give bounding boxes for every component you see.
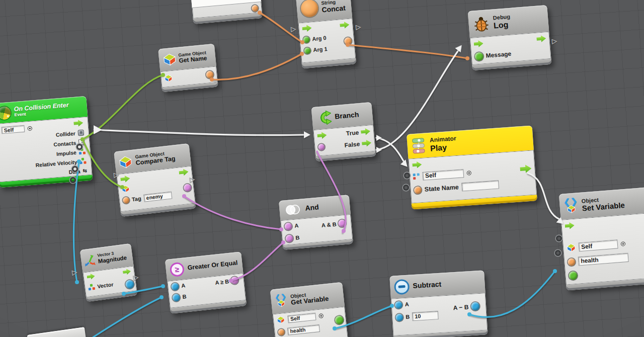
animator-mini-icon[interactable]	[413, 173, 420, 180]
variable-name-port[interactable]	[278, 328, 285, 335]
vector-icon[interactable]	[88, 283, 96, 291]
b-label: B	[182, 293, 187, 300]
variable-name-port[interactable]	[568, 258, 576, 266]
arg0-label: Arg 0	[312, 35, 327, 42]
node-branch[interactable]: Branch True False	[311, 102, 376, 161]
chevron-port-icon[interactable]: ▷	[355, 23, 361, 31]
flow-in-arrow[interactable]	[565, 221, 575, 229]
node-on-collision-enter[interactable]: ✶ On Collision Enter Event Self Collider…	[0, 96, 93, 188]
game-object-input-port[interactable]	[121, 185, 130, 194]
and-output-port[interactable]	[338, 219, 346, 227]
vector-icon[interactable]	[79, 157, 87, 164]
node-and[interactable]: And A B A & B	[279, 195, 353, 250]
subtract-output-port[interactable]	[471, 302, 480, 311]
flow-out-arrow[interactable]	[179, 168, 189, 177]
arg1-label: Arg 1	[313, 46, 328, 53]
node-magnitude[interactable]: Vector 3 Magnitude Vector	[80, 243, 138, 302]
flow-in-arrow[interactable]	[87, 273, 96, 280]
venn-and-icon	[283, 203, 302, 216]
empty-port-ring[interactable]	[555, 250, 561, 256]
collision-event-icon: ✶	[0, 106, 11, 120]
a-port[interactable]	[171, 282, 179, 290]
false-flow-out-arrow[interactable]	[362, 139, 372, 147]
b-field[interactable]: 10	[412, 311, 439, 321]
chevron-port-icon[interactable]: ▷	[290, 25, 296, 33]
self-field[interactable]: Self	[1, 125, 25, 134]
message-label: Message	[486, 50, 512, 59]
chevron-port-icon[interactable]: ▷	[113, 171, 119, 179]
b-label: B	[295, 234, 300, 241]
b-port[interactable]	[395, 313, 404, 321]
node-get-variable[interactable]: ❮❯ Object Get Variable Self health	[270, 282, 349, 337]
game-object-cube-icon	[163, 52, 177, 66]
flow-in-arrow[interactable]	[120, 175, 131, 183]
empty-port-ring[interactable]	[70, 177, 76, 183]
star-glyph: ✶	[6, 113, 10, 119]
variable-icon: ❮❯	[564, 198, 579, 214]
chevron-port-icon[interactable]: ▷	[189, 175, 195, 183]
b-port[interactable]	[285, 234, 293, 242]
tag-port[interactable]	[122, 197, 129, 204]
empty-port-ring[interactable]	[404, 173, 410, 179]
state-name-port[interactable]	[414, 186, 422, 194]
cube-glyph	[567, 205, 576, 214]
flow-out-arrow[interactable]	[340, 21, 350, 29]
chevron-port-icon[interactable]: ▷	[71, 268, 77, 276]
flow-in-arrow[interactable]	[412, 160, 422, 168]
variable-icon: ❮❯	[275, 294, 288, 308]
node-compare-tag[interactable]: Game Object Compare Tag Tag enemy	[114, 143, 196, 217]
message-port[interactable]	[474, 52, 484, 61]
empty-port-ring[interactable]	[556, 235, 562, 241]
b-port[interactable]	[172, 293, 180, 301]
game-object-input-port[interactable]	[567, 243, 576, 252]
setvariable-self-field[interactable]: Self	[578, 239, 618, 251]
collider-label: Collider	[55, 130, 75, 137]
node-animator-play[interactable]: Animator Play Self State Name	[407, 125, 537, 209]
bug-icon	[472, 15, 491, 33]
flow-out-arrow[interactable]	[536, 35, 546, 43]
string-output-port[interactable]	[252, 5, 259, 12]
getname-title: Get Name	[179, 55, 207, 64]
name-output-port[interactable]	[206, 70, 214, 78]
empty-port-ring[interactable]	[76, 144, 83, 150]
node-string-concat[interactable]: String Concat Arg 0 Arg 1	[296, 0, 356, 68]
tag-field[interactable]: enemy	[143, 191, 172, 202]
node-debug-log[interactable]: Debug Log Message	[468, 5, 552, 70]
chevron-port-icon[interactable]: ▷	[551, 37, 557, 45]
branch-icon	[315, 110, 332, 126]
node-get-name[interactable]: Game Object Get Name	[158, 44, 218, 92]
animator-self-field[interactable]: Self	[422, 169, 464, 181]
arg1-port[interactable]	[304, 47, 311, 54]
condition-port[interactable]	[318, 143, 325, 150]
a-port[interactable]	[394, 301, 403, 309]
empty-port-ring[interactable]	[72, 166, 78, 172]
getvariable-name-field[interactable]: health	[287, 324, 320, 335]
arg0-port[interactable]	[303, 36, 310, 43]
value-port[interactable]	[569, 271, 578, 280]
flow-out-arrow[interactable]	[73, 119, 84, 127]
chevron-port-icon[interactable]: ▷	[133, 273, 139, 281]
flow-in-arrow[interactable]	[302, 24, 312, 33]
flow-out-arrow[interactable]	[122, 268, 131, 276]
collider-icon[interactable]	[77, 129, 84, 136]
flow-in-arrow[interactable]	[473, 40, 484, 48]
target-icon[interactable]	[466, 171, 471, 176]
true-flow-out-arrow[interactable]	[361, 127, 371, 136]
node-subtract[interactable]: Subtract A B 10 A − B	[389, 270, 488, 337]
game-object-input-port[interactable]	[276, 315, 285, 324]
concat-title: Concat	[321, 4, 346, 14]
game-object-input-port[interactable]	[164, 74, 173, 82]
empty-port-ring[interactable]	[403, 185, 409, 191]
data-icon[interactable]: ⇆	[83, 167, 87, 174]
a-port[interactable]	[284, 222, 292, 230]
getvariable-self-field[interactable]: Self	[287, 312, 316, 323]
target-icon[interactable]	[621, 241, 626, 246]
node-set-variable[interactable]: ❮❯ Object Set Variable Self health	[559, 186, 644, 290]
setvariable-name-field[interactable]: health	[578, 253, 629, 266]
flow-in-arrow[interactable]	[317, 131, 327, 140]
ge-output-port[interactable]	[230, 276, 238, 284]
state-name-field[interactable]	[461, 180, 499, 191]
node-greater-or-equal[interactable]: ≥ Greater Or Equal A B A ≥ B	[165, 251, 247, 313]
vector-label: Vector	[97, 281, 114, 289]
target-icon[interactable]	[318, 313, 324, 318]
